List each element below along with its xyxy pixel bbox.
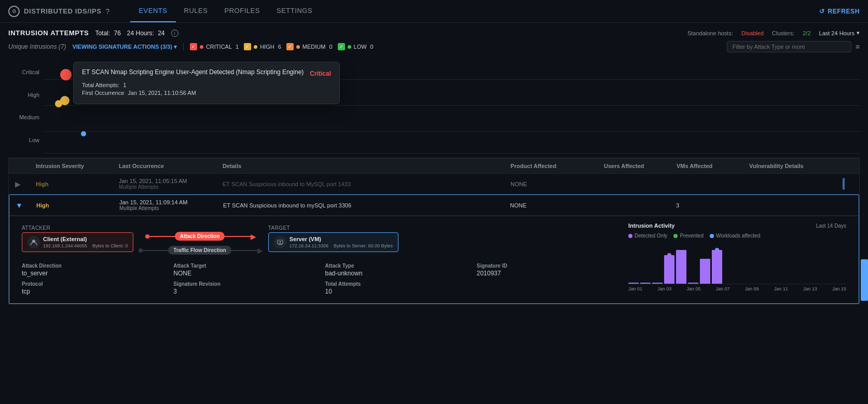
attacker-label: Attacker — [22, 225, 133, 231]
row-collapse-icon[interactable]: ▼ — [16, 201, 36, 210]
traffic-flow-row: Traffic Flow Direction ▶ — [139, 246, 263, 255]
row-severity-high: High — [36, 181, 119, 187]
scatter-chart: Critical High Medium Low ET SCAN Nm — [8, 54, 860, 158]
date-jan03: Jan 03 — [657, 286, 671, 291]
table-row-collapsed[interactable]: ▶ High Jan 15, 2021, 11:05:15 AM Multipl… — [9, 174, 859, 194]
attack-direction-btn[interactable]: Attack Direction — [175, 232, 225, 241]
low-dot-chart[interactable] — [81, 131, 86, 136]
attack-direction-row: Attack Direction ▶ — [145, 232, 257, 241]
y-label-critical: Critical — [8, 69, 39, 75]
detail-signature-revision: Signature Revision 3 — [173, 281, 316, 295]
section-title: INTRUSION ATTEMPTS — [8, 29, 89, 37]
section-header: INTRUSION ATTEMPTS Total: 76 24 Hours: 2… — [8, 29, 860, 37]
high-dot — [254, 45, 257, 49]
low-count: 0 — [370, 44, 374, 50]
high-bubble-2[interactable] — [55, 100, 62, 107]
high-chip[interactable]: ✓ HIGH 6 — [244, 43, 281, 50]
legend-workloads-dot — [710, 234, 714, 238]
medium-checkbox[interactable]: ✓ — [286, 43, 294, 50]
detail-attack-type: Attack Type bad-unknown — [325, 263, 469, 277]
activity-header: Intrusion Activity Last 14 Days — [628, 222, 846, 229]
clusters-value: 2/2 — [803, 30, 810, 36]
activity-section: Intrusion Activity Last 14 Days Detected… — [628, 222, 846, 295]
table-row-expanded: ▼ High Jan 15, 2021, 11:09:14 AM Multipl… — [9, 194, 859, 304]
tooltip-popup: ET SCAN Nmap Scripting Engine User-Agent… — [73, 62, 340, 104]
right-scrollbar[interactable] — [861, 259, 868, 301]
tab-rules[interactable]: RULES — [176, 0, 216, 22]
chevron-down-icon: ▾ — [857, 30, 860, 36]
expanded-vms: 3 — [676, 202, 749, 208]
bar-7 — [664, 255, 674, 284]
gridline-4 — [45, 153, 860, 154]
tab-events[interactable]: EVENTS — [130, 0, 175, 22]
traffic-flow-btn[interactable]: Traffic Flow Direction — [168, 246, 231, 255]
date-jan15: Jan 15 — [832, 286, 846, 291]
low-checkbox[interactable]: ✓ — [338, 43, 345, 50]
target-icon — [274, 236, 286, 248]
y-label-high: High — [8, 92, 39, 98]
detail-total-attempts: Total Attempts 10 — [325, 281, 469, 295]
y-label-low: Low — [8, 137, 39, 143]
row-details: ET SCAN Suspicious inbound to MySQL port… — [223, 181, 511, 187]
col-severity: Intrusion Severity — [36, 163, 119, 169]
col-occurrence: Last Occurrence — [119, 163, 223, 169]
tooltip-title: ET SCAN Nmap Scripting Engine User-Agent… — [82, 68, 304, 76]
main-content: INTRUSION ATTEMPTS Total: 76 24 Hours: 2… — [0, 23, 868, 311]
chevron-down-icon-2: ▾ — [174, 44, 177, 50]
top-navigation: ⊙ DISTRIBUTED IDS/IPS ? EVENTS RULES PRO… — [0, 0, 868, 23]
high-checkbox[interactable]: ✓ — [244, 43, 251, 50]
tab-settings[interactable]: SETTINGS — [268, 0, 321, 22]
date-jan07: Jan 07 — [715, 286, 729, 291]
y-label-medium: Medium — [8, 114, 39, 120]
help-icon[interactable]: ? — [106, 7, 110, 16]
critical-chip[interactable]: ✓ CRITICAL 1 — [190, 43, 239, 50]
medium-dot — [296, 45, 300, 49]
expanded-row-header[interactable]: ▼ High Jan 15, 2021, 11:09:14 AM Multipl… — [9, 195, 859, 216]
header-right: Standalone hosts: Disabled Clusters: 2/2… — [687, 30, 860, 36]
activity-legend: Detected Only Prevented Workloads affect… — [628, 233, 846, 239]
tooltip-occurrence: First Occurrence Jan 15, 2021, 11:10:56 … — [82, 90, 331, 96]
bar-3 — [652, 283, 663, 284]
refresh-button[interactable]: ↺ REFRESH — [819, 8, 860, 15]
col-product: Product Affected — [511, 163, 604, 169]
tooltip-attempts: Total Attempts: 1 — [82, 82, 331, 88]
date-jan13: Jan 13 — [803, 286, 817, 291]
legend-workloads: Workloads affected — [710, 233, 760, 239]
critical-label: CRITICAL — [206, 44, 232, 50]
date-jan01: Jan 01 — [628, 286, 642, 291]
app-title: DISTRIBUTED IDS/IPS — [24, 7, 102, 15]
critical-dot — [200, 45, 203, 49]
filter-search: ≡ — [727, 41, 860, 52]
tab-profiles[interactable]: PROFILES — [216, 0, 268, 22]
flow-arrows: Attack Direction ▶ Traffic Flow Directio… — [133, 222, 268, 255]
detail-attack-direction: Attack Direction to_server — [22, 263, 165, 277]
medium-chip[interactable]: ✓ MEDIUM 0 — [286, 43, 333, 50]
target-node: Server (VM) 172.16.34.11:3306 Bytes to S… — [268, 232, 398, 252]
tooltip-content: ET SCAN Nmap Scripting Engine User-Agent… — [82, 68, 331, 96]
chart-y-axis: Critical High Medium Low — [8, 54, 45, 158]
viewing-signature-actions[interactable]: VIEWING SIGNATURE ACTIONS (3/3) ▾ — [72, 44, 177, 50]
logo-icon: ⊙ — [8, 6, 20, 17]
filter-row: Unique Intrusions (7) VIEWING SIGNATURE … — [8, 41, 860, 52]
filter-menu-icon[interactable]: ≡ — [856, 43, 860, 51]
time-range-dropdown[interactable]: Last 24 Hours ▾ — [819, 30, 860, 36]
col-expand — [15, 163, 36, 169]
attacker-node: Client (External) 192.168.1.244:46055 By… — [22, 232, 133, 252]
critical-checkbox[interactable]: ✓ — [190, 43, 197, 50]
col-actions — [843, 163, 853, 169]
section-info-icon[interactable]: i — [171, 30, 178, 37]
col-vms: VMs Affected — [677, 163, 749, 169]
critical-bubble[interactable] — [60, 69, 72, 80]
legend-prevented-dot — [673, 234, 678, 238]
arrow-bar-2 — [225, 236, 251, 237]
refresh-icon: ↺ — [819, 8, 825, 15]
traffic-bar-2 — [231, 250, 257, 251]
filter-input[interactable] — [727, 41, 851, 52]
row-occurrence: Jan 15, 2021, 11:05:15 AM Multiple Attem… — [119, 178, 223, 190]
legend-detected-dot — [628, 234, 632, 238]
svg-point-2 — [279, 241, 281, 243]
low-chip[interactable]: ✓ LOW 0 — [338, 43, 374, 50]
row-expand-icon[interactable]: ▶ — [15, 180, 36, 188]
unique-intrusions-label: Unique Intrusions (7) — [8, 43, 66, 50]
traffic-bar-1 — [142, 250, 168, 251]
